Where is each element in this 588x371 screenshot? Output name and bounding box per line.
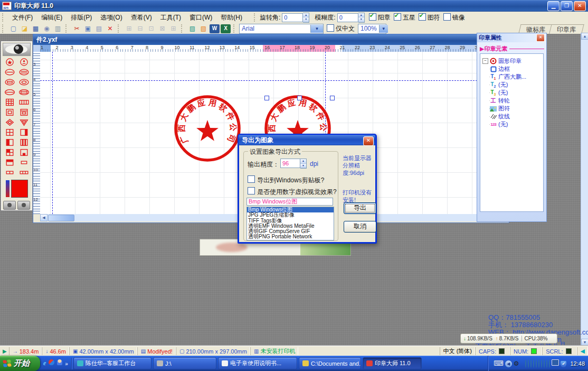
ball-tray-icon[interactable] [533,360,534,367]
menu-item[interactable]: 文件(F) [8,12,37,23]
square-frame-seal-icon[interactable] [3,107,16,117]
menu-item[interactable]: 编辑(E) [37,12,67,23]
tree-item[interactable]: 边框 [482,65,543,73]
cancel-button[interactable]: 取消 [344,221,376,233]
format-option[interactable]: 透明PNG Portable Network [247,234,334,239]
net-speed-widget[interactable]: ↓ 108.9KB/S ↑ 8.7KB/S CPU:38% [460,333,557,344]
tree-item[interactable]: 工 转轮 [482,97,543,105]
ellipse-line-seal-icon[interactable] [3,67,16,77]
tree-item[interactable]: 纹线 [482,113,543,120]
format-list[interactable]: Bmp Windows位图JPG JPEG压缩影像TIFF Tags影像透明EM… [246,207,334,240]
ball-tray-icon[interactable] [546,360,547,367]
task-button[interactable]: 陈仕华--客服工作台 [73,357,151,369]
dpi-input[interactable]: 96 [280,159,300,168]
insert-picture-button[interactable]: ▧ [198,24,208,33]
zoom-dropdown-arrow[interactable]: ▼ [379,25,388,33]
panel-close-button[interactable]: ✕ [536,34,545,42]
panel-scroll-down-arrow[interactable]: ▼ [581,339,588,346]
vertical-ruler[interactable]: 3456789101112 [33,52,41,214]
guide-line-vertical[interactable] [52,52,53,214]
format-field[interactable]: Bmp Windows位图 [246,198,333,206]
align-top-button[interactable]: ⊠ [157,24,167,33]
blur-spinner[interactable]: ▲▼ [358,13,365,23]
circle-star-seal-icon[interactable] [3,57,16,67]
menu-item[interactable]: 排版(P) [67,12,96,23]
selection-handle[interactable] [297,96,302,100]
seal-artwork[interactable]: 广西大鹏应用软件公司 [170,91,244,165]
tree-expander[interactable]: − [482,58,488,64]
panel-scrollbar[interactable]: ▲ ▼ [581,33,588,346]
export-image-button[interactable]: ▨ [187,24,197,33]
copy-button[interactable]: ▣ [83,24,93,33]
collapse-arrow-icon[interactable]: ◀ [581,348,585,355]
selection-handle[interactable] [330,96,335,100]
ball-tray-icon[interactable] [549,360,550,367]
ball-tray-icon[interactable] [541,360,542,367]
ellipse-mesh-seal-icon[interactable] [17,77,30,87]
dpi-spinner[interactable]: ▲▼ [300,159,307,169]
ball-tray-icon[interactable] [538,360,539,367]
restore-button[interactable]: ❐ [561,1,573,11]
ball-tray-icon[interactable] [525,360,526,367]
strip3-seal-icon[interactable] [17,168,30,178]
font-dropdown-arrow[interactable]: ▼ [310,25,323,33]
clipboard-checkbox[interactable] [248,175,255,183]
oval-bands-seal-icon[interactable] [17,87,30,97]
delete-button[interactable]: ✕ [105,24,115,33]
task-button[interactable]: 电子章使用说明书... [218,357,297,369]
toggle-checkbox[interactable] [394,13,401,21]
user-icon[interactable] [57,359,62,367]
half-seal-icon[interactable] [3,137,16,147]
toggle-checkbox[interactable] [443,13,451,21]
tree-item[interactable]: 图符 [482,105,543,113]
ball-tray-icon[interactable] [528,360,529,367]
blur-input[interactable]: 0 [337,13,358,22]
stamp-preview-button[interactable] [17,201,30,210]
dialog-title-bar[interactable]: 导出为图象 [239,135,375,145]
start-button[interactable]: 开始 [0,356,40,371]
ball-tray-icon[interactable] [544,360,545,367]
menu-item[interactable]: 工具(T) [156,12,185,23]
vbars-seal-icon[interactable] [17,137,30,147]
menu-item[interactable]: 查看(V) [127,12,156,23]
scroll-left-arrow[interactable]: ◀ [40,214,48,221]
messenger-icon[interactable] [49,359,54,367]
selection-handle[interactable] [264,96,269,100]
tree-root-circular-seal[interactable]: − 圆形印章 [482,57,543,65]
triangle-seal-icon[interactable] [17,117,30,127]
cut-button[interactable]: ✂ [72,24,82,33]
print-preview-button[interactable]: ◉ [42,24,52,33]
ellipse-banner-seal-icon[interactable] [3,77,16,87]
color-gradient-bar[interactable] [6,180,10,197]
hscroll-thumb[interactable] [48,215,74,221]
ball-tray-icon[interactable] [536,360,537,367]
word-export-button[interactable]: W [210,24,220,33]
cross-seal-icon[interactable] [3,147,16,157]
keyboard-tray-icon[interactable]: ⌨ [494,359,504,367]
overflow-chevron[interactable]: » [65,360,68,367]
square-band-seal-icon[interactable] [17,107,30,117]
shield-tray-icon[interactable]: ✔ [561,359,566,367]
gear-tray-icon[interactable]: ⚙ [514,360,519,367]
font-combo[interactable]: Arial ▼ [239,24,324,34]
align-bottom-button[interactable]: ⊞ [168,24,178,33]
export-button[interactable]: 导出 [344,202,376,214]
excel-export-button[interactable]: X [221,24,231,33]
chevron-tray-icon[interactable]: ◀ [505,359,512,367]
close-button[interactable]: ✕ [574,1,586,11]
tree-item[interactable]: T1 广西大鹏... [482,73,543,81]
align-center-button[interactable]: ⊟ [135,24,145,33]
ellipse-lines-seal-icon[interactable] [17,67,30,77]
oval-band-seal-icon[interactable] [3,87,16,97]
grid-seal-icon[interactable] [3,97,16,107]
align-right-button[interactable]: ⊡ [146,24,156,33]
zoom-combo[interactable]: 100% ▼ [358,24,386,34]
notch-seal-icon[interactable] [17,147,30,157]
new-button[interactable]: ▢ [8,24,18,33]
open-button[interactable]: ◪ [20,24,30,33]
minimize-button[interactable]: ▁ [547,1,559,11]
tree-item[interactable]: T3 (无) [482,89,543,97]
horizontal-ruler[interactable]: 1234567891011121314151617181920212223242… [40,45,501,52]
panel-scroll-up-arrow[interactable]: ▲ [581,33,588,40]
task-button[interactable]: 印章大师 11.0 [363,357,422,369]
